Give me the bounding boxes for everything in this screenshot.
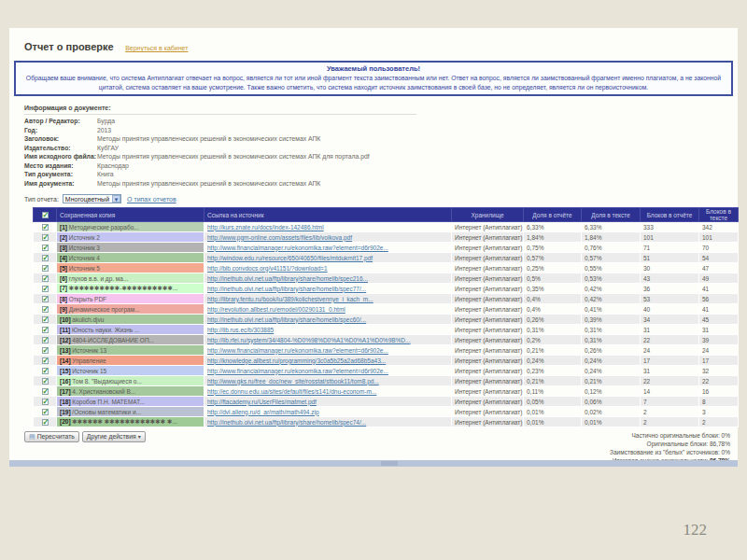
row-checkbox[interactable]: [42, 357, 49, 364]
other-actions-button[interactable]: Другие действия ▾: [82, 431, 146, 442]
source-storage: Интернет (Антиплагиат): [452, 243, 524, 253]
row-checkbox[interactable]: [42, 378, 49, 385]
share-in-text: 6,33%: [582, 222, 641, 232]
source-url-link[interactable]: http://www.financialmanager.ru/ekonomika…: [207, 245, 388, 251]
source-name[interactable]: [7] ✱✱✱✱✱✱✱✱✱✱-✱✱✱✱✱✱✱✱✱✱...: [57, 284, 204, 294]
source-name[interactable]: [15] Источник 15: [57, 366, 204, 376]
row-checkbox[interactable]: [42, 296, 49, 302]
source-name[interactable]: [9] Динамическое програм...: [57, 304, 204, 315]
source-url-link[interactable]: http://lib.rfei.ru/system/34/4804-%D0%98…: [207, 337, 411, 343]
source-name[interactable]: [11] Юность науки. Жизнь ...: [57, 325, 204, 335]
row-checkbox[interactable]: [42, 347, 49, 354]
source-url-link[interactable]: http://www.pgm-online.com/assets/files/l…: [207, 234, 352, 241]
row-checkbox[interactable]: [42, 327, 49, 333]
source-url-link[interactable]: http://kurs.znate.ru/docs/index-142486.h…: [207, 224, 324, 231]
source-url-link[interactable]: http://library.fentu.ru/book/iu/389/koli…: [207, 296, 374, 302]
row-checkbox[interactable]: [42, 275, 49, 282]
source-row: [9] Динамическое програм...http://revolu…: [34, 304, 739, 315]
share-in-report: 0,25%: [524, 263, 582, 273]
row-checkbox[interactable]: [42, 419, 49, 426]
source-url-link[interactable]: http://www.financialmanager.ru/ekonomika…: [207, 347, 388, 354]
share-in-text: 0,24%: [582, 356, 641, 366]
blocks-in-text: 101: [699, 232, 739, 243]
source-url-link[interactable]: http://dvl.alleng.ru/d_ar/math/math494.z…: [207, 409, 319, 415]
blocks-in-text: 45: [699, 315, 739, 325]
back-to-cabinet-link[interactable]: Вернуться в кабинет: [125, 45, 188, 51]
source-url-link[interactable]: http://www.gks.ru/free_doc/new_site/ross…: [207, 378, 379, 385]
source-name[interactable]: [14] Управление: [57, 356, 204, 366]
source-name[interactable]: [3] Источник 3: [57, 243, 204, 253]
blocks-in-report: 7: [641, 397, 699, 407]
source-storage: Интернет (Антиплагиат): [452, 315, 524, 325]
row-checkbox[interactable]: [42, 255, 49, 261]
row-checkbox[interactable]: [42, 409, 49, 415]
source-url-link[interactable]: http://inethub.olvi.net.ua/ftp/library/s…: [207, 419, 366, 426]
share-in-text: 0,76%: [582, 243, 641, 253]
source-row: [5] Источник 5http://bib.convdocs.org/v4…: [34, 263, 739, 273]
blocks-in-text: 70: [699, 243, 739, 253]
row-checkbox[interactable]: [42, 399, 49, 405]
row-checkbox[interactable]: [42, 316, 49, 323]
blocks-in-text: 24: [699, 345, 739, 356]
source-url-link[interactable]: http://knowledge.allbest.ru/programming/…: [207, 357, 386, 364]
share-in-report: 0,31%: [524, 325, 582, 335]
source-url-link[interactable]: http://inethub.olvi.net.ua/ftp/library/s…: [207, 316, 366, 323]
source-checkbox-cell: [34, 386, 57, 397]
source-url-link[interactable]: http://window.edu.ru/resource/650/40650/…: [207, 255, 373, 261]
source-checkbox-cell: [34, 376, 57, 386]
row-checkbox[interactable]: [42, 245, 49, 251]
scrollbar-thumb[interactable]: [381, 461, 398, 466]
source-url-link[interactable]: http://inethub.olvi.net.ua/ftp/library/s…: [207, 286, 366, 292]
select-all-checkbox[interactable]: [42, 212, 49, 218]
sources-table: Сохраненная копия Ссылка на источник Хра…: [33, 207, 739, 427]
recalculate-button[interactable]: ▤ Пересчитать: [24, 431, 79, 442]
source-name[interactable]: [10] akulich.djvu: [57, 315, 204, 325]
row-checkbox[interactable]: [42, 368, 49, 374]
row-checkbox[interactable]: [42, 286, 49, 292]
source-row: [6] глухов в.в. и др. ма...http://inethu…: [34, 273, 739, 284]
blocks-in-report: 36: [641, 284, 699, 294]
blocks-in-text: 16: [699, 386, 739, 397]
report-panel: Отчет о проверке Вернуться в кабинет Ува…: [9, 28, 738, 460]
source-name[interactable]: [20] ✱✱✱✱✱✱ ✱✱✱✱✱✱✱✱✱✱✱✱ ✱...: [57, 417, 204, 427]
source-url-cell: http://www.financialmanager.ru/ekonomika…: [204, 345, 452, 356]
share-in-report: 0,05%: [524, 397, 582, 407]
source-url-link[interactable]: http://lib.rus.ec/b/303885: [207, 327, 274, 333]
source-name[interactable]: [19] /Основы математики и...: [57, 407, 204, 417]
source-url-link[interactable]: http://ftacademy.ru/UserFiles/matmet.pdf: [207, 399, 317, 405]
source-name[interactable]: [6] глухов в.в. и др. ма...: [57, 273, 204, 284]
source-url-link[interactable]: http://bib.convdocs.org/v41151/?download…: [207, 265, 328, 272]
row-checkbox[interactable]: [42, 265, 49, 272]
source-name[interactable]: [16] Том 8. "Выдающиеся о...: [57, 376, 204, 386]
source-url-link[interactable]: http://ec.donnu.edu.ua/sites/default/fil…: [207, 388, 376, 395]
source-url-cell: http://dvl.alleng.ru/d_ar/math/math494.z…: [204, 407, 452, 417]
row-checkbox[interactable]: [42, 388, 49, 395]
row-checkbox[interactable]: [42, 224, 49, 231]
source-checkbox-cell: [34, 294, 57, 304]
source-storage: Интернет (Антиплагиат): [452, 253, 524, 263]
source-name[interactable]: [13] Источник 13: [57, 345, 204, 356]
source-url-link[interactable]: http://revolution.allbest.ru/emodel/0029…: [207, 306, 345, 313]
source-name[interactable]: [2] Источник 2: [57, 232, 204, 243]
source-name[interactable]: [12] 4804-ИССЛЕДОВАНИЕ ОП...: [57, 335, 204, 345]
row-checkbox[interactable]: [42, 306, 49, 313]
doc-info-label: Имя исходного файла:: [24, 152, 97, 161]
share-in-text: 0,42%: [582, 284, 641, 294]
row-checkbox[interactable]: [42, 337, 49, 343]
source-name[interactable]: [5] Источник 5: [57, 263, 204, 273]
col-blocks-text: Блоков в тексте: [699, 208, 739, 222]
report-type-select[interactable]: Многоцветный ▾: [63, 194, 121, 203]
source-name[interactable]: [17] 4. Христиановский В...: [57, 386, 204, 397]
share-in-text: 0,53%: [582, 273, 641, 284]
source-name[interactable]: [1] Методические разрабо...: [57, 222, 204, 232]
source-name[interactable]: [8] Открыть PDF: [57, 294, 204, 304]
source-name[interactable]: [4] Источник 4: [57, 253, 204, 263]
row-checkbox[interactable]: [42, 234, 49, 241]
report-types-link[interactable]: О типах отчетов: [127, 196, 176, 203]
source-url-link[interactable]: http://inethub.olvi.net.ua/ftp/library/s…: [207, 275, 368, 282]
source-name[interactable]: [18] Коробов П.Н. МАТЕМАТ...: [57, 397, 204, 407]
horizontal-scrollbar[interactable]: [9, 460, 738, 467]
share-in-text: 0,21%: [582, 376, 641, 386]
blocks-in-report: 14: [641, 386, 699, 397]
source-url-link[interactable]: http://www.financialmanager.ru/ekonomika…: [207, 368, 388, 374]
